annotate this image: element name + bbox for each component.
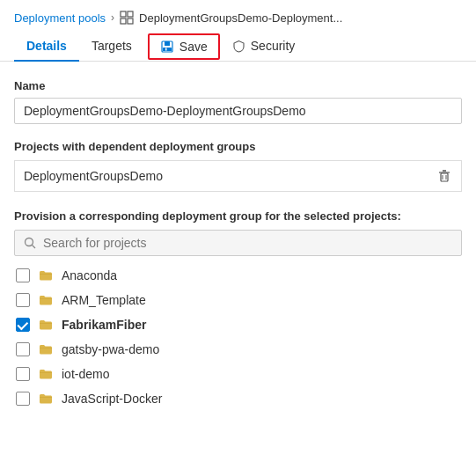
breadcrumb-parent[interactable]: Deployment pools xyxy=(14,11,106,25)
svg-rect-6 xyxy=(163,48,172,51)
checkbox-anaconda[interactable] xyxy=(16,268,30,282)
project-name-anaconda: Anaconda xyxy=(62,268,117,282)
project-list: Anaconda ARM_Template FabrikamFiber gats… xyxy=(14,265,462,409)
folder-icon xyxy=(39,367,53,381)
svg-rect-3 xyxy=(128,18,133,24)
tab-security[interactable]: Security xyxy=(220,32,308,62)
list-item: iot-demo xyxy=(14,363,462,385)
svg-point-13 xyxy=(26,238,33,246)
project-name-iot-demo: iot-demo xyxy=(62,367,109,381)
svg-line-14 xyxy=(33,246,36,249)
list-item: gatsby-pwa-demo xyxy=(14,339,462,360)
name-label: Name xyxy=(14,79,462,92)
save-label: Save xyxy=(179,40,208,54)
name-input[interactable] xyxy=(14,98,462,124)
list-item: Anaconda xyxy=(14,265,462,286)
project-name-gatsby-pwa-demo: gatsby-pwa-demo xyxy=(62,342,159,356)
folder-icon xyxy=(39,268,53,282)
trash-icon[interactable] xyxy=(436,168,452,184)
project-name-fabrikamfiber: FabrikamFiber xyxy=(62,318,146,332)
svg-rect-5 xyxy=(165,41,170,46)
deployment-pool-icon xyxy=(120,11,134,25)
svg-rect-1 xyxy=(128,11,133,17)
tab-targets[interactable]: Targets xyxy=(79,32,144,62)
save-button[interactable]: Save xyxy=(148,33,220,60)
checkbox-arm_template[interactable] xyxy=(16,293,30,307)
project-name-arm_template: ARM_Template xyxy=(62,293,146,307)
checkbox-gatsby-pwa-demo[interactable] xyxy=(16,342,30,356)
list-item: JavaScript-Docker xyxy=(14,388,462,409)
tab-details[interactable]: Details xyxy=(14,32,79,62)
folder-icon xyxy=(39,342,53,356)
security-label: Security xyxy=(251,39,296,53)
folder-icon xyxy=(39,318,53,332)
svg-rect-0 xyxy=(121,11,126,17)
list-item: FabrikamFiber xyxy=(14,314,462,335)
svg-rect-7 xyxy=(165,48,167,50)
provision-label: Provision a corresponding deployment gro… xyxy=(14,209,462,223)
search-box xyxy=(14,230,462,256)
dependent-project-name: DeploymentGroupsDemo xyxy=(24,169,163,183)
tabs-bar: Details Targets Save Security xyxy=(0,32,476,62)
list-item: ARM_Template xyxy=(14,290,462,311)
search-input[interactable] xyxy=(43,236,452,250)
folder-icon xyxy=(39,293,53,307)
svg-rect-2 xyxy=(121,18,126,24)
folder-icon xyxy=(39,392,53,406)
checkbox-fabrikamfiber[interactable] xyxy=(16,318,30,332)
project-name-javascript-docker: JavaScript-Docker xyxy=(62,392,162,406)
search-icon xyxy=(24,237,36,249)
main-content: Name Projects with dependent deployment … xyxy=(0,62,476,427)
security-icon xyxy=(232,40,245,53)
svg-rect-8 xyxy=(441,173,448,181)
dependent-projects-row: DeploymentGroupsDemo xyxy=(14,160,462,192)
checkbox-iot-demo[interactable] xyxy=(16,367,30,381)
checkbox-javascript-docker[interactable] xyxy=(16,392,30,406)
breadcrumb-separator: › xyxy=(111,11,114,24)
save-icon xyxy=(160,40,174,54)
breadcrumb: Deployment pools › DeploymentGroupsDemo-… xyxy=(0,0,476,32)
dependent-section-title: Projects with dependent deployment group… xyxy=(14,140,462,153)
breadcrumb-current: DeploymentGroupsDemo-Deployment... xyxy=(139,11,342,25)
